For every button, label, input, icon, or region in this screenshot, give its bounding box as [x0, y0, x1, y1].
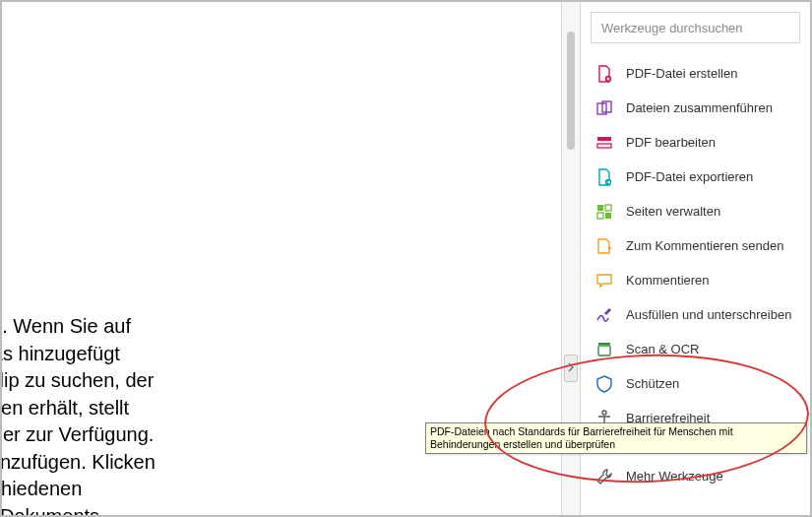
doc-line: ßzeile, Deckblatt und Textfelder zur Ver…: [2, 421, 435, 449]
tool-export-pdf[interactable]: PDF-Datei exportieren: [591, 161, 800, 193]
chevron-right-icon: [568, 362, 574, 374]
tool-label: Kommentieren: [626, 273, 710, 288]
svg-rect-11: [598, 343, 610, 345]
tool-more-tools[interactable]: Mehr Werkzeuge: [591, 460, 800, 492]
collapse-panel-handle[interactable]: [564, 355, 578, 382]
doc-line: de für das Video einfügen, das hinzugefü…: [2, 341, 435, 368]
fill-sign-icon: [594, 305, 614, 325]
tool-edit-pdf[interactable]: PDF bearbeiten: [591, 126, 800, 159]
wrench-icon: [594, 467, 614, 486]
scrollbar-thumb[interactable]: [567, 32, 575, 150]
edit-pdf-icon: [594, 133, 614, 153]
tool-combine-files[interactable]: Dateien zusammenführen: [591, 92, 800, 124]
doc-line: it Kopfzeile und Randleiste hinzufügen. …: [2, 449, 435, 477]
doc-line: nt ein professionelles Aussehen erhält, …: [2, 395, 435, 422]
search-input[interactable]: [591, 12, 800, 43]
comment-icon: [594, 271, 614, 291]
create-pdf-icon: [594, 64, 614, 84]
tool-label: Scan & OCR: [626, 342, 699, 356]
tool-label: Schützen: [626, 376, 679, 391]
tool-label: Mehr Werkzeuge: [626, 469, 723, 484]
doc-line: hten Elemente aus den verschiedenen: [2, 476, 435, 503]
svg-point-12: [602, 411, 606, 415]
svg-rect-9: [605, 213, 611, 219]
tool-label: PDF-Datei exportieren: [626, 169, 753, 184]
export-pdf-icon: [594, 167, 614, 187]
svg-rect-4: [597, 144, 611, 148]
svg-rect-10: [598, 346, 610, 355]
tool-label: PDF-Datei erstellen: [626, 66, 737, 81]
combine-files-icon: [594, 98, 614, 118]
svg-rect-8: [597, 213, 603, 219]
tool-label: Dateien zusammenführen: [626, 100, 773, 115]
tool-fill-sign[interactable]: Ausfüllen und unterschreiben: [591, 298, 800, 331]
svg-rect-7: [605, 205, 611, 211]
scan-ocr-icon: [594, 340, 614, 359]
tool-comment[interactable]: Kommentieren: [591, 264, 800, 296]
tool-label: Zum Kommentieren senden: [626, 238, 783, 253]
tool-scan-ocr[interactable]: Scan & OCR: [591, 333, 800, 365]
tool-protect[interactable]: Schützen: [591, 367, 800, 400]
tool-label: PDF bearbeiten: [626, 135, 716, 150]
tool-send-comments[interactable]: Zum Kommentieren senden: [591, 229, 800, 262]
doc-line: , um online nach dem Videoclip zu suchen…: [2, 367, 435, 395]
tool-organize-pages[interactable]: Seiten verwalten: [591, 195, 800, 227]
tool-create-pdf[interactable]: PDF-Datei erstellen: [591, 57, 800, 90]
doc-line: ich dabei die Elemente Ihres Dokuments: [2, 503, 435, 516]
tool-label: Seiten verwalten: [626, 204, 720, 219]
svg-rect-3: [597, 137, 611, 141]
accessibility-tooltip: PDF-Dateien nach Standards für Barrieref…: [425, 422, 807, 454]
doc-line: erstützung Ihres Standpunkts. Wenn Sie a…: [2, 313, 435, 341]
organize-pages-icon: [594, 202, 614, 222]
tool-label: Ausfüllen und unterschreiben: [626, 307, 791, 322]
svg-rect-6: [597, 205, 603, 211]
app-window: erstützung Ihres Standpunkts. Wenn Sie a…: [0, 0, 812, 517]
tooltip-text: PDF-Dateien nach Standards für Barrieref…: [430, 425, 733, 450]
shield-icon: [594, 374, 614, 394]
send-comments-icon: [594, 236, 614, 256]
document-text: erstützung Ihres Standpunkts. Wenn Sie a…: [2, 313, 435, 515]
